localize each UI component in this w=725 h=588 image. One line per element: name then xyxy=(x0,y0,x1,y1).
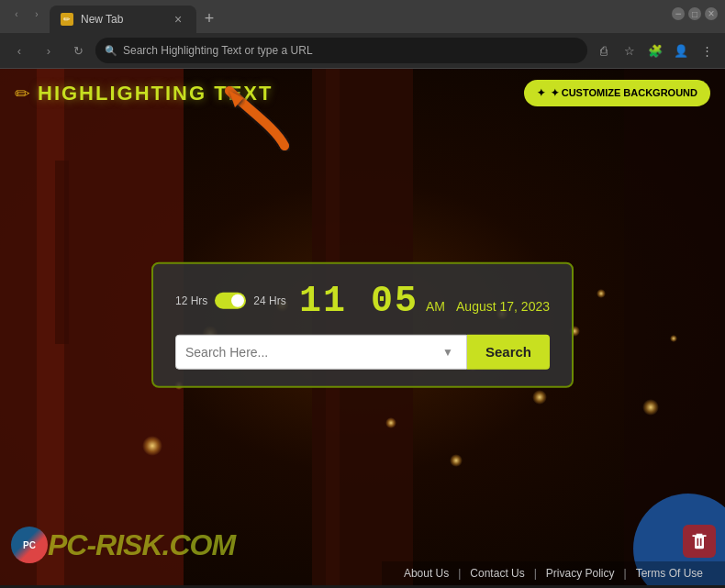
light-12 xyxy=(142,436,162,456)
page-header: ✏ HIGHLIGHTING TEXT ✦ ✦ CUSTOMIZE BACKGR… xyxy=(0,69,725,117)
watermark-logo-circle: PC xyxy=(11,527,48,563)
new-tab-button[interactable]: + xyxy=(196,6,222,31)
customize-label: ✦ CUSTOMIZE BACKGROUND xyxy=(551,87,697,99)
24hr-label: 24 Hrs xyxy=(253,294,285,307)
tab-favicon: ✏ xyxy=(61,13,73,26)
bottom-watermark: PC PC-RISK.COM xyxy=(0,521,246,569)
watermark-brand: PC-RISK.COM xyxy=(48,528,235,562)
extensions-icon[interactable]: 🧩 xyxy=(644,39,666,61)
light-11 xyxy=(670,335,677,342)
browser-chrome: ‹ › ✏ New Tab × + − □ × ‹ › ↻ 🔍 Search H… xyxy=(0,0,725,69)
time-format-toggle: 12 Hrs 24 Hrs xyxy=(175,293,286,309)
time-toggle[interactable] xyxy=(215,293,246,309)
contact-us-link[interactable]: Contact Us xyxy=(461,567,533,580)
watermark-logo-text: PC xyxy=(23,540,36,550)
arrow-indicator xyxy=(220,82,303,159)
forward-button[interactable]: › xyxy=(37,39,61,62)
about-us-link[interactable]: About Us xyxy=(395,567,458,580)
clock-row: 12 Hrs 24 Hrs 11 05 AM August 17, 2023 xyxy=(175,280,550,321)
customize-background-button[interactable]: ✦ ✦ CUSTOMIZE BACKGROUND xyxy=(524,80,710,106)
toggle-knob xyxy=(231,294,244,307)
chevron-right[interactable]: › xyxy=(28,5,46,23)
page-content: ✏ HIGHLIGHTING TEXT ✦ ✦ CUSTOMIZE BACKGR… xyxy=(0,69,725,585)
tab-close-button[interactable]: × xyxy=(171,12,185,27)
search-widget: 12 Hrs 24 Hrs 11 05 AM August 17, 2023 ▼… xyxy=(151,261,574,387)
customize-icon: ✦ xyxy=(537,87,545,99)
trash-button[interactable] xyxy=(683,525,716,558)
clock-time: 11 05 xyxy=(299,280,418,321)
svg-rect-2 xyxy=(55,161,69,344)
bookmark-icon[interactable]: ☆ xyxy=(619,39,641,61)
clock-date: August 17, 2023 xyxy=(456,298,550,313)
browser-tab[interactable]: ✏ New Tab × xyxy=(50,6,196,33)
search-input-wrap: ▼ xyxy=(175,334,467,369)
clock-ampm: AM xyxy=(426,298,445,313)
toolbar: ‹ › ↻ 🔍 Search Highlighting Text or type… xyxy=(0,33,725,68)
address-bar[interactable]: 🔍 Search Highlighting Text or type a URL xyxy=(95,38,587,63)
light-15 xyxy=(385,417,396,428)
footer-links: About Us | Contact Us | Privacy Policy |… xyxy=(382,561,725,585)
share-icon[interactable]: ⎙ xyxy=(593,39,615,61)
search-row: ▼ Search xyxy=(175,334,550,369)
chevron-left[interactable]: ‹ xyxy=(7,5,26,23)
search-input[interactable] xyxy=(185,344,433,359)
12hr-label: 12 Hrs xyxy=(175,294,207,307)
profile-icon[interactable]: 👤 xyxy=(670,39,692,61)
clock-display: 11 05 AM August 17, 2023 xyxy=(299,280,550,321)
light-7 xyxy=(532,390,547,405)
light-9 xyxy=(597,289,606,298)
light-10 xyxy=(642,399,659,416)
window-controls: − □ × xyxy=(672,7,718,20)
title-bar: ‹ › ✏ New Tab × + − □ × xyxy=(0,0,725,33)
light-14 xyxy=(450,454,463,467)
dropdown-arrow-icon[interactable]: ▼ xyxy=(439,341,457,361)
trash-icon xyxy=(690,532,708,550)
close-button[interactable]: × xyxy=(705,7,718,20)
privacy-policy-link[interactable]: Privacy Policy xyxy=(537,567,624,580)
toolbar-actions: ⎙ ☆ 🧩 👤 ⋮ xyxy=(593,39,718,61)
tab-title: New Tab xyxy=(81,13,163,26)
search-icon: 🔍 xyxy=(105,45,117,57)
chevron-buttons: ‹ › xyxy=(7,5,46,23)
terms-of-use-link[interactable]: Terms Of Use xyxy=(627,567,712,580)
address-text: Search Highlighting Text or type a URL xyxy=(123,44,578,57)
search-button[interactable]: Search xyxy=(467,334,550,369)
menu-icon[interactable]: ⋮ xyxy=(696,39,718,61)
minimize-button[interactable]: − xyxy=(672,7,685,20)
back-button[interactable]: ‹ xyxy=(7,39,31,62)
pencil-icon: ✏ xyxy=(15,83,30,105)
refresh-button[interactable]: ↻ xyxy=(66,39,90,62)
maximize-button[interactable]: □ xyxy=(688,7,701,20)
